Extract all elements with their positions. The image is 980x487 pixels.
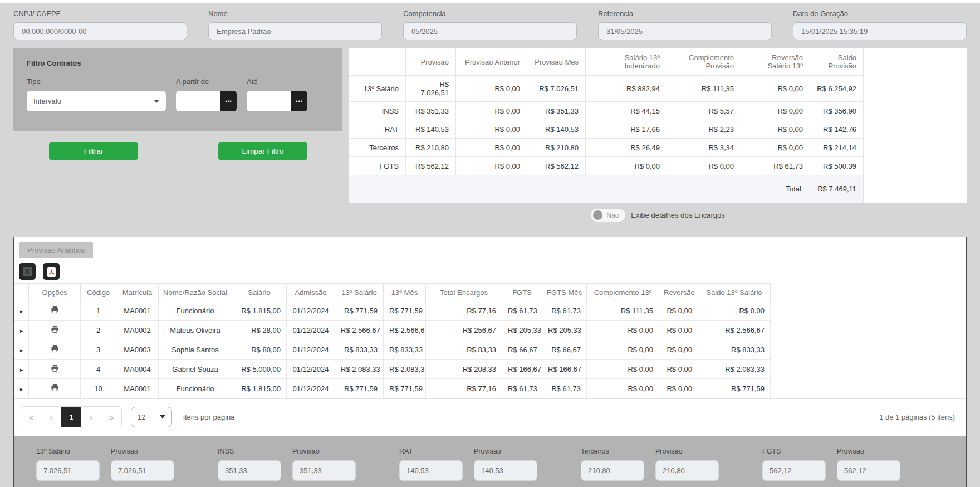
provisao-analitica-panel: Provisão Analítica X OpçõesCódigoMatrícu…	[13, 237, 967, 487]
export-toolbar: X	[14, 258, 966, 283]
totals-item-value: 210,80	[581, 460, 644, 481]
chevron-down-icon	[160, 415, 165, 419]
pager-last-button[interactable]: »	[101, 407, 121, 427]
filler-cell	[864, 120, 967, 139]
totals-item: 13º Salário7.026,51	[36, 447, 100, 481]
cell: R$ 205,33	[542, 321, 587, 340]
expand-cell: ▸	[14, 360, 29, 379]
print-row-icon[interactable]	[51, 364, 59, 372]
pager: « ‹ 1 › »	[21, 406, 122, 427]
totals-item-label: RAT	[399, 447, 463, 455]
cell: R$ 2.566,67	[698, 321, 771, 340]
print-row-icon[interactable]	[51, 345, 59, 353]
referencia-input[interactable]: 31/05/2025	[598, 22, 772, 40]
competencia-input[interactable]: 05/2025	[403, 22, 577, 40]
expand-cell: ▸	[14, 340, 29, 360]
totals-group: FGTS562,12Provisão562,12	[762, 447, 944, 481]
column-header: Provisão Anterior	[456, 48, 527, 76]
cell: R$ 0,00	[587, 340, 659, 360]
filler-cell	[864, 76, 967, 102]
column-header: Reversão	[659, 284, 698, 301]
cell: R$ 0,00	[741, 102, 810, 120]
print-row-icon[interactable]	[51, 383, 59, 392]
cell: R$ 771,59	[335, 301, 384, 321]
cell: R$ 0,00	[456, 157, 527, 175]
cell: R$ 208,33	[426, 360, 502, 379]
cell: 01/12/2024	[287, 360, 335, 379]
totals-provisao-label: Provisão	[837, 447, 900, 455]
cell: R$ 77,16	[426, 301, 502, 321]
export-excel-button[interactable]: X	[19, 263, 36, 280]
filler-cell	[864, 102, 967, 120]
page-size-select[interactable]: 12	[131, 407, 172, 427]
expand-cell: ▸	[14, 321, 29, 340]
cell: R$ 2.083,33	[698, 360, 771, 379]
tab-provisao-analitica[interactable]: Provisão Analítica	[19, 242, 93, 258]
table-row: ▸3MA0003Sophia SantosR$ 80,0001/12/2024R…	[14, 340, 967, 360]
from-date-input[interactable]	[176, 91, 220, 111]
referencia-label: Referencia	[598, 9, 772, 18]
totals-provisao-label: Provisão	[292, 447, 356, 455]
column-header: Provisao	[406, 48, 456, 76]
pager-page-1-button[interactable]: 1	[61, 407, 81, 427]
expand-row-icon[interactable]: ▸	[20, 386, 23, 392]
cell: MA0001	[116, 379, 159, 399]
provision-summary-table-wrap: ProvisaoProvisão AnteriorProvisão MêsSal…	[349, 48, 967, 203]
provision-row: FGTSR$ 562,12R$ 0,00R$ 562,12R$ 0,00R$ 0…	[349, 157, 967, 175]
print-row-icon[interactable]	[51, 325, 59, 333]
limpar-filtro-button[interactable]: Limpar Filtro	[218, 142, 307, 160]
pager-next-button[interactable]: ›	[81, 407, 101, 427]
options-cell	[29, 340, 81, 360]
expand-row-icon[interactable]: ▸	[20, 347, 23, 353]
column-header: Salário	[232, 284, 287, 301]
from-date-picker-button[interactable]: •••	[220, 91, 237, 111]
totals-item-value: 351,33	[218, 460, 281, 481]
expand-row-icon[interactable]: ▸	[20, 366, 23, 373]
toggle-knob-icon	[593, 210, 602, 220]
export-pdf-button[interactable]	[43, 263, 60, 280]
filler-cell	[771, 321, 967, 340]
table-row: ▸1MA0001FuncionárioR$ 1.815,0001/12/2024…	[14, 301, 967, 321]
cell: R$ 771,59	[335, 379, 384, 399]
to-date-picker-button[interactable]: •••	[291, 91, 307, 111]
tipo-select[interactable]: Intervalo	[27, 91, 166, 111]
provision-summary-table: ProvisaoProvisão AnteriorProvisão MêsSal…	[349, 48, 967, 203]
cell: Mateus Oliveira	[159, 321, 232, 340]
cell: R$ 7.026,51	[406, 76, 456, 102]
filtrar-button[interactable]: Filtrar	[49, 142, 138, 160]
expand-row-icon[interactable]: ▸	[20, 308, 23, 314]
nome-input[interactable]: Empresa Padrão	[208, 22, 382, 40]
column-header: Complemento 13º	[587, 284, 659, 301]
exibe-detalhes-toggle[interactable]: Não	[590, 208, 626, 222]
tipo-select-value: Intervalo	[33, 97, 61, 105]
cell: R$ 833,33	[384, 340, 426, 360]
filler-cell	[864, 139, 967, 157]
to-date-input[interactable]	[247, 91, 291, 111]
cell: R$ 0,00	[741, 120, 810, 139]
cell: R$ 6.254,92	[810, 76, 864, 102]
pager-summary: 1 de 1 páginas (5 itens)	[879, 413, 959, 421]
column-header: FGTS Mês	[542, 284, 587, 301]
data-geracao-input[interactable]: 15/01/2025 15:35:19	[793, 22, 967, 40]
print-row-icon[interactable]	[51, 306, 59, 314]
chevron-down-icon	[154, 100, 159, 103]
pager-prev-button[interactable]: ‹	[41, 407, 61, 427]
cell: MA0002	[116, 321, 159, 340]
cell: R$ 0,00	[741, 139, 810, 157]
from-date-field: A partir de •••	[176, 77, 237, 111]
pager-first-button[interactable]: «	[21, 407, 41, 427]
cell: 01/12/2024	[287, 340, 335, 360]
cnpj-input[interactable]: 00.000.000/0000-00	[13, 22, 187, 40]
expand-cell: ▸	[14, 379, 29, 399]
total-label: Total:	[349, 175, 810, 203]
page-size-value: 12	[138, 413, 145, 421]
filler-header	[771, 284, 967, 301]
cell: Funcionário	[159, 301, 232, 321]
nome-label: Nome	[208, 9, 382, 18]
totals-group: INSS351,33Provisão351,33	[218, 447, 399, 481]
cell: R$ 61,73	[502, 301, 542, 321]
expand-row-icon[interactable]: ▸	[20, 327, 23, 334]
cell: R$ 0,00	[659, 379, 698, 399]
cell: MA0001	[116, 301, 159, 321]
cell: R$ 771,59	[384, 379, 426, 399]
